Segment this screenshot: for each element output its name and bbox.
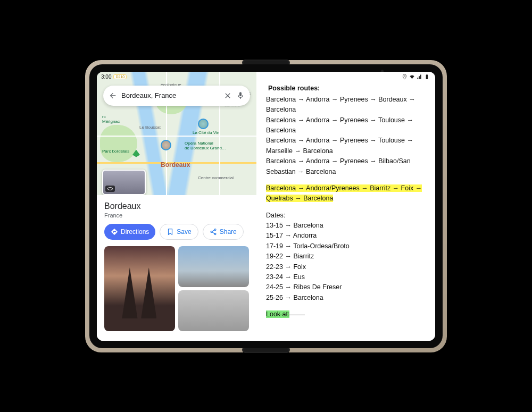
- status-time: 3:00: [101, 74, 111, 80]
- mic-icon[interactable]: [236, 91, 245, 100]
- route-highlighted: Barcelona → Andorra/Pyrenees → Biarritz …: [266, 183, 426, 204]
- route-line: Barcelona → Andorra → Pyrenees → Bordeau…: [266, 95, 426, 115]
- map-label: Parc bordelais: [102, 149, 129, 154]
- date-line: 17-19 → Torla-Ordesa/Broto: [266, 241, 426, 251]
- gallery-photo[interactable]: [178, 246, 249, 287]
- note-body[interactable]: Possible routes: Barcelona → Andorra → P…: [266, 83, 426, 320]
- map-place-pin[interactable]: [161, 140, 171, 150]
- date-line: 23-24 → Eus: [266, 272, 426, 282]
- place-sheet: Bordeaux France Directions Save: [97, 195, 256, 340]
- map-label: Opéra National de Bordeaux Grand…: [185, 141, 226, 150]
- map-city-label: Bordeaux: [161, 161, 190, 169]
- foldable-device: écologique des barails Bassens Carbon-Bl…: [85, 60, 447, 352]
- route-line: Barcelona → Andorra → Pyrenees → Toulous…: [266, 136, 426, 156]
- map-label: Le Bouscat: [139, 125, 161, 130]
- route-line: Barcelona → Andorra → Pyrenees → Toulous…: [266, 115, 426, 136]
- signal-icon: [417, 74, 422, 80]
- route-chip: D210: [113, 74, 127, 79]
- share-label: Share: [220, 228, 237, 236]
- place-title: Bordeaux: [104, 201, 249, 211]
- location-icon: [402, 74, 408, 80]
- date-line: 13-15 → Barcelona: [266, 221, 426, 231]
- directions-button[interactable]: Directions: [104, 224, 155, 240]
- back-icon[interactable]: [109, 91, 117, 100]
- status-bar-left: 3:00 D210: [101, 74, 127, 80]
- map-label: rc Mérignac: [102, 114, 120, 124]
- save-label: Save: [177, 228, 191, 236]
- status-bar-right: [402, 74, 430, 80]
- clear-icon[interactable]: [223, 91, 232, 100]
- maps-pane: écologique des barails Bassens Carbon-Bl…: [97, 72, 256, 341]
- share-button[interactable]: Share: [203, 224, 244, 240]
- gallery-photo[interactable]: [104, 246, 175, 331]
- search-bar[interactable]: Bordeaux, France: [103, 86, 250, 106]
- date-line: 19-22 → Biarritz: [266, 251, 426, 262]
- screen: écologique des barails Bassens Carbon-Bl…: [97, 72, 435, 341]
- directions-label: Directions: [121, 228, 149, 236]
- search-input[interactable]: Bordeaux, France: [121, 91, 219, 99]
- date-line: 25-26 → Barcelona: [266, 293, 426, 303]
- date-line: 15-17 → Andorra: [266, 231, 426, 241]
- save-button[interactable]: Save: [160, 224, 198, 240]
- gallery-photo[interactable]: [178, 290, 249, 331]
- place-subtitle: France: [104, 212, 249, 218]
- map-label: Centre commercial: [198, 175, 234, 180]
- bezel: écologique des barails Bassens Carbon-Bl…: [89, 64, 443, 348]
- dates-heading: Dates:: [266, 211, 426, 221]
- map-place-pin[interactable]: [198, 119, 209, 129]
- routes-heading: Possible routes:: [266, 83, 426, 94]
- route-line: Barcelona → Andorra → Pyrenees → Bilbao/…: [266, 156, 426, 177]
- lookat-line: Look at:: [266, 309, 426, 319]
- panorama-icon: [105, 186, 115, 192]
- streetview-thumbnail[interactable]: [102, 170, 146, 195]
- date-line: 24-25 → Ribes De Freser: [266, 282, 426, 292]
- map-canvas[interactable]: écologique des barails Bassens Carbon-Bl…: [97, 72, 256, 196]
- map-label: La Cité du Vin: [193, 130, 219, 135]
- notes-pane[interactable]: Possible routes: Barcelona → Andorra → P…: [256, 72, 435, 341]
- date-line: 22-23 → Foix: [266, 262, 426, 272]
- photo-gallery: [104, 246, 249, 331]
- wifi-icon: [409, 74, 415, 80]
- battery-icon: [424, 74, 430, 80]
